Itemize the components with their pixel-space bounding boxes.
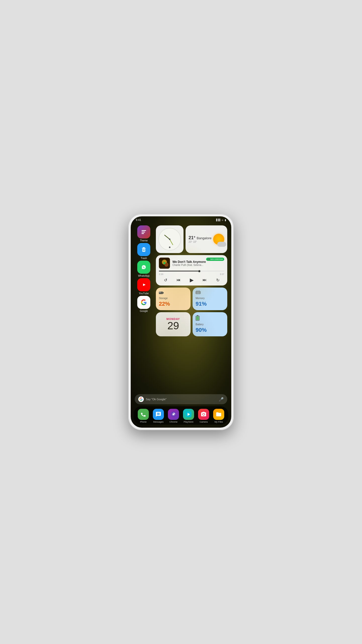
svg-rect-7 xyxy=(144,249,145,251)
clock-face xyxy=(158,228,181,251)
music-forward-btn[interactable]: ↻ xyxy=(215,277,221,283)
playstore-icon xyxy=(183,409,194,420)
music-progress-dot xyxy=(198,270,200,272)
app-youtube[interactable]: YouTube xyxy=(135,278,153,295)
memory-label: Memory xyxy=(196,297,224,300)
battery-icon: ▮ xyxy=(225,219,226,221)
music-widget[interactable]: 🎧 WH-1000XM4 xyxy=(156,255,227,286)
theme-label: Theme xyxy=(140,239,148,242)
stats-row-1: Storage 22% xyxy=(156,288,227,310)
dock-playstore[interactable]: PlayStore xyxy=(183,409,194,423)
status-bar: 9:41 ▐▐▐ ⌾ ▮ xyxy=(131,216,231,223)
app-google[interactable]: Google xyxy=(135,296,153,312)
chrome-label: Chrome xyxy=(169,421,177,423)
music-replay-btn[interactable]: ↺ xyxy=(162,277,168,283)
phone-label: Phone xyxy=(140,421,147,423)
trash-icon xyxy=(137,243,150,256)
clock-widget[interactable] xyxy=(156,225,184,253)
svg-rect-6 xyxy=(143,249,144,251)
search-placeholder: Say "Ok Google" xyxy=(146,398,217,401)
phone-icon xyxy=(138,409,149,420)
music-controls: ↺ ⏮ ▶ ⏭ ↻ xyxy=(159,277,224,283)
youtube-label: YouTube xyxy=(139,292,149,295)
youtube-icon xyxy=(137,278,150,291)
messages-label: Messages xyxy=(153,421,163,423)
memory-widget[interactable]: Memory 91% xyxy=(193,288,227,310)
calendar-widget[interactable]: MONDAY 29 xyxy=(156,312,191,336)
top-section: Theme Trash xyxy=(135,225,227,391)
svg-rect-4 xyxy=(142,248,146,249)
app-theme[interactable]: Theme xyxy=(135,225,153,242)
svg-rect-20 xyxy=(159,292,161,293)
headphone-badge: 🎧 WH-1000XM4 xyxy=(206,258,224,261)
svg-rect-5 xyxy=(142,249,145,252)
status-time: 9:41 xyxy=(136,218,141,221)
dock-chrome[interactable]: Chrome xyxy=(168,409,179,423)
music-progress-bar[interactable] xyxy=(159,271,224,271)
storage-label: Storage xyxy=(159,297,188,300)
wifi-icon: ⌾ xyxy=(222,219,223,221)
svg-rect-0 xyxy=(142,230,146,231)
memory-value: 91% xyxy=(196,301,224,307)
music-time: 2:20 3:37 xyxy=(159,273,224,275)
storage-value: 22% xyxy=(159,301,188,307)
svg-rect-25 xyxy=(199,292,200,293)
search-mic-icon[interactable]: 🎤 xyxy=(219,397,224,402)
home-content: Theme Trash xyxy=(131,223,231,391)
camera-label: Camera xyxy=(200,421,208,423)
google-label: Google xyxy=(140,310,148,312)
svg-point-17 xyxy=(163,262,165,264)
weather-temp: 21° Bangalore xyxy=(189,235,212,240)
svg-rect-26 xyxy=(197,291,197,291)
svg-rect-28 xyxy=(199,291,200,291)
dock-messages[interactable]: Messages xyxy=(153,409,164,423)
search-bar[interactable]: Say "Ok Google" 🎤 xyxy=(135,394,227,404)
weather-range: 20° 18° xyxy=(189,240,212,243)
memory-icon xyxy=(196,291,224,296)
app-dock: Phone Messages xyxy=(134,406,228,425)
weather-widget[interactable]: 21° Bangalore 20° 18° xyxy=(186,225,227,253)
music-current-time: 2:20 xyxy=(159,273,163,275)
camera-icon xyxy=(198,409,209,420)
theme-icon xyxy=(137,225,150,238)
app-trash[interactable]: Trash xyxy=(135,243,153,260)
chrome-icon xyxy=(168,409,179,420)
weather-cloud-icon xyxy=(217,242,226,247)
dock-phone[interactable]: Phone xyxy=(138,409,149,423)
music-total-time: 3:37 xyxy=(220,273,224,275)
storage-widget[interactable]: Storage 22% xyxy=(156,288,191,310)
phone-screen: 9:41 ▐▐▐ ⌾ ▮ xyxy=(131,216,231,428)
svg-rect-30 xyxy=(197,315,198,316)
svg-rect-3 xyxy=(143,247,145,248)
svg-rect-22 xyxy=(196,292,197,293)
battery-label: Battery xyxy=(196,323,224,326)
stats-row-2: MONDAY 29 Battery xyxy=(156,312,227,336)
svg-rect-1 xyxy=(142,232,145,232)
svg-line-11 xyxy=(165,235,170,239)
weather-top: 21° Bangalore 20° 18° xyxy=(189,234,224,245)
battery-icon xyxy=(196,315,224,322)
svg-rect-31 xyxy=(196,316,199,320)
google-search-icon xyxy=(138,396,144,402)
music-next-btn[interactable]: ⏭ xyxy=(202,277,208,283)
app-whatsapp[interactable]: WhatsApp xyxy=(135,261,153,277)
battery-value: 90% xyxy=(196,327,224,333)
widget-column: 21° Bangalore 20° 18° xyxy=(156,225,227,391)
clock-dot xyxy=(169,247,170,248)
svg-line-12 xyxy=(170,239,173,245)
dock-camera[interactable]: Camera xyxy=(198,409,209,423)
phone-frame: 9:41 ▐▐▐ ⌾ ▮ xyxy=(128,214,234,430)
svg-point-13 xyxy=(169,238,170,240)
signal-icon: ▐▐▐ xyxy=(215,219,220,221)
music-progress-fill xyxy=(159,271,199,271)
calendar-date: 29 xyxy=(167,320,179,331)
svg-rect-2 xyxy=(142,233,144,234)
dock-myfiles[interactable]: My Files xyxy=(213,409,224,423)
music-info: We Don't Talk Anymore Charlie Puth (feat… xyxy=(172,260,224,266)
search-bar-area: Say "Ok Google" 🎤 xyxy=(131,391,231,406)
music-prev-btn[interactable]: ⏮ xyxy=(175,277,182,283)
battery-widget[interactable]: Battery 90% xyxy=(193,312,227,336)
music-artist: Charlie Puth (feat. Selena... xyxy=(172,264,224,266)
music-play-btn[interactable]: ▶ xyxy=(189,277,195,283)
svg-rect-23 xyxy=(197,292,198,293)
